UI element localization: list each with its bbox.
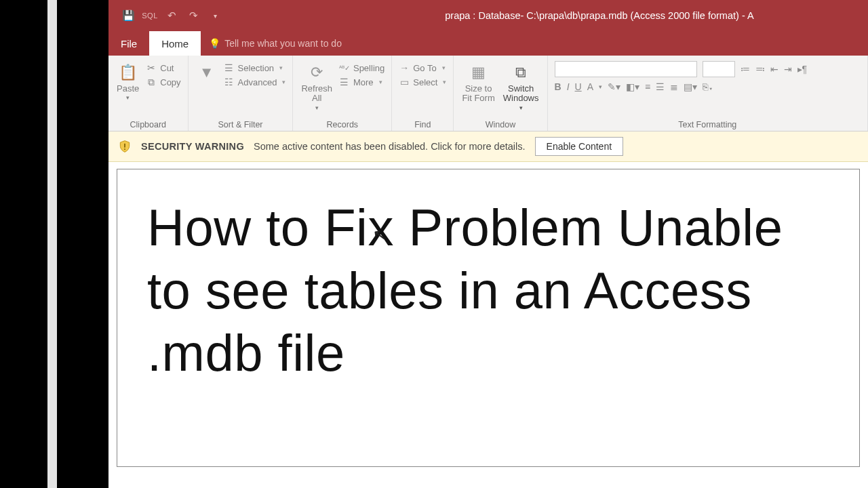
underline-button[interactable]: U bbox=[575, 81, 582, 92]
group-clipboard: 📋 Paste ▾ ✂Cut ⧉Copy Clipboard bbox=[108, 56, 189, 131]
save-icon[interactable]: 💾 bbox=[122, 9, 134, 22]
bold-button[interactable]: B bbox=[555, 81, 561, 92]
enable-content-button[interactable]: Enable Content bbox=[535, 137, 624, 156]
spelling-button[interactable]: ᴬᴮ✓Spelling bbox=[339, 62, 384, 73]
funnel-icon: ▼ bbox=[197, 62, 217, 83]
bullets-icon[interactable]: ≔ bbox=[741, 64, 750, 75]
advanced-button[interactable]: ☷Advanced bbox=[224, 77, 286, 87]
letterbox-left bbox=[0, 0, 47, 488]
group-find: →Go To ▭Select Find bbox=[392, 56, 454, 131]
align-right-icon[interactable]: ≣ bbox=[670, 81, 678, 92]
sql-button[interactable]: SQL bbox=[144, 9, 156, 22]
copy-icon: ⧉ bbox=[146, 77, 157, 87]
align-center-icon[interactable]: ☰ bbox=[656, 81, 665, 92]
selection-icon: ☰ bbox=[224, 62, 235, 73]
selection-label: Selection bbox=[238, 63, 274, 73]
copy-label: Copy bbox=[160, 77, 180, 87]
windows-icon: ⧉ bbox=[511, 62, 531, 83]
security-heading: SECURITY WARNING bbox=[141, 141, 244, 152]
security-warning-bar: SECURITY WARNING Some active content has… bbox=[108, 131, 868, 162]
title-bar: 💾 SQL ↶ ↷ ▾ prapa : Database- C:\prapa\d… bbox=[108, 0, 868, 31]
group-text-formatting: ≔ ≕ ⇤ ⇥ ▸¶ B I U A▾ ✎▾ ◧▾ ≡ ☰ bbox=[548, 56, 868, 131]
paragraph-icon[interactable]: ▸¶ bbox=[797, 64, 808, 75]
shield-icon bbox=[118, 140, 132, 153]
more-button[interactable]: ☰More bbox=[339, 77, 384, 87]
refresh-all-button[interactable]: ⟳ Refresh All ▾ bbox=[300, 60, 334, 114]
switch-windows-button[interactable]: ⧉ Switch Windows ▾ bbox=[502, 60, 540, 114]
filter-button[interactable]: ▼ bbox=[195, 60, 218, 85]
quick-access-toolbar: 💾 SQL ↶ ↷ ▾ bbox=[108, 9, 221, 22]
document-area: How to Fix Problem Unable to see tables … bbox=[108, 162, 868, 474]
size-label: Size to Fit Form bbox=[462, 84, 494, 104]
access-window: 💾 SQL ↶ ↷ ▾ prapa : Database- C:\prapa\d… bbox=[108, 0, 868, 488]
numbering-icon[interactable]: ≕ bbox=[755, 64, 765, 75]
group-label-window: Window bbox=[460, 119, 540, 129]
tell-me-label: Tell me what you want to do bbox=[224, 38, 342, 49]
goto-label: Go To bbox=[413, 63, 436, 73]
select-icon: ▭ bbox=[399, 77, 410, 87]
indent-right-icon[interactable]: ⇥ bbox=[784, 64, 792, 75]
font-family-select[interactable] bbox=[555, 61, 697, 77]
scrollbar-left[interactable] bbox=[47, 0, 57, 488]
ribbon: 📋 Paste ▾ ✂Cut ⧉Copy Clipboard ▼ ☰Select… bbox=[108, 56, 868, 131]
highlight-button[interactable]: ✎▾ bbox=[608, 81, 620, 92]
switch-label: Switch Windows bbox=[503, 84, 539, 104]
group-label-clipboard: Clipboard bbox=[115, 119, 181, 129]
tell-me[interactable]: 💡 Tell me what you want to do bbox=[201, 31, 342, 56]
copy-button[interactable]: ⧉Copy bbox=[146, 77, 180, 87]
fill-button[interactable]: ◧▾ bbox=[626, 81, 639, 92]
font-color-button[interactable]: A bbox=[587, 81, 593, 92]
tab-home[interactable]: Home bbox=[149, 31, 201, 56]
group-records: ⟳ Refresh All ▾ ᴬᴮ✓Spelling ☰More Record… bbox=[293, 56, 392, 131]
refresh-icon: ⟳ bbox=[307, 62, 327, 83]
cut-label: Cut bbox=[160, 63, 174, 73]
goto-button[interactable]: →Go To bbox=[399, 62, 446, 73]
paste-button[interactable]: 📋 Paste ▾ bbox=[115, 60, 140, 104]
align-left-icon[interactable]: ≡ bbox=[645, 81, 650, 92]
group-label-records: Records bbox=[300, 119, 384, 129]
group-label-textfmt: Text Formatting bbox=[555, 119, 861, 129]
paste-label: Paste bbox=[117, 84, 139, 94]
scissors-icon: ✂ bbox=[146, 62, 157, 73]
indent-left-icon[interactable]: ⇤ bbox=[770, 64, 778, 75]
clipboard-icon: 📋 bbox=[118, 62, 138, 83]
advanced-icon: ☷ bbox=[224, 77, 235, 87]
spelling-icon: ᴬᴮ✓ bbox=[339, 62, 350, 73]
cut-button[interactable]: ✂Cut bbox=[146, 62, 180, 73]
spelling-label: Spelling bbox=[353, 63, 384, 73]
font-size-select[interactable] bbox=[703, 61, 735, 77]
undo-icon[interactable]: ↶ bbox=[165, 9, 178, 22]
form-container: How to Fix Problem Unable to see tables … bbox=[117, 169, 860, 467]
tab-file[interactable]: File bbox=[108, 31, 149, 56]
select-button[interactable]: ▭Select bbox=[399, 77, 446, 87]
lightbulb-icon: 💡 bbox=[209, 38, 220, 49]
document-text: How to Fix Problem Unable to see tables … bbox=[147, 197, 829, 385]
window-title: prapa : Database- C:\prapa\db\prapa.mdb … bbox=[445, 10, 753, 21]
group-sort-filter: ▼ ☰Selection ☷Advanced Sort & Filter bbox=[189, 56, 294, 131]
format-painter-icon[interactable]: ⎘▾ bbox=[703, 81, 713, 92]
svg-rect-1 bbox=[124, 148, 125, 150]
refresh-label: Refresh All bbox=[301, 84, 332, 104]
security-message: Some active content has been disabled. C… bbox=[254, 141, 526, 152]
gridlines-icon[interactable]: ▤▾ bbox=[684, 81, 697, 92]
italic-button[interactable]: I bbox=[567, 81, 570, 92]
svg-rect-0 bbox=[124, 144, 125, 148]
group-window: ▦ Size to Fit Form ⧉ Switch Windows ▾ Wi… bbox=[454, 56, 547, 131]
more-icon: ☰ bbox=[339, 77, 350, 87]
size-to-fit-button[interactable]: ▦ Size to Fit Form bbox=[460, 60, 496, 106]
more-label: More bbox=[353, 77, 374, 87]
qat-more-icon[interactable]: ▾ bbox=[209, 9, 221, 22]
advanced-label: Advanced bbox=[238, 77, 277, 87]
group-label-sortfilter: Sort & Filter bbox=[195, 119, 286, 129]
selection-button[interactable]: ☰Selection bbox=[224, 62, 286, 73]
goto-icon: → bbox=[399, 62, 410, 73]
redo-icon[interactable]: ↷ bbox=[187, 9, 199, 22]
group-label-find: Find bbox=[399, 119, 446, 129]
select-label: Select bbox=[413, 77, 437, 87]
ribbon-tabs: File Home 💡 Tell me what you want to do bbox=[108, 31, 868, 56]
form-icon: ▦ bbox=[469, 62, 489, 83]
